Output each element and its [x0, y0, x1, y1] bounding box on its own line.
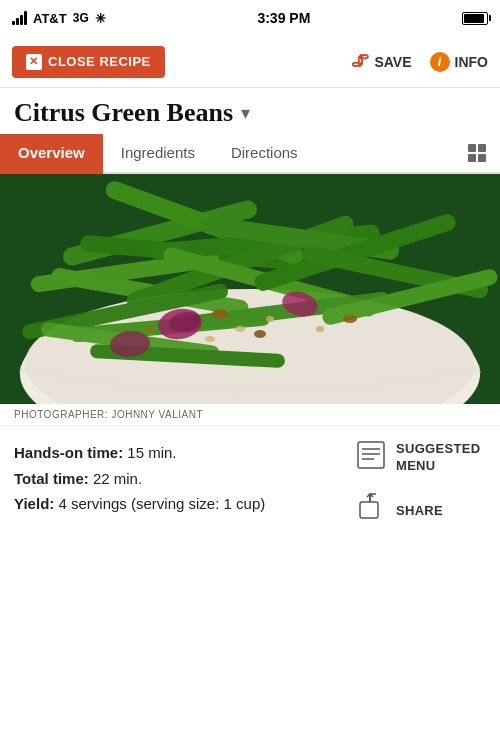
recipe-image [0, 174, 500, 404]
info-label: INFO [455, 54, 488, 70]
svg-point-25 [254, 330, 266, 338]
toolbar: ✕ CLOSE RECIPE 🖇 SAVE i INFO [0, 36, 500, 88]
battery-icon [462, 12, 488, 25]
info-icon: i [430, 52, 450, 72]
hands-on-time: Hands-on time: 15 min. [14, 440, 346, 466]
svg-point-26 [343, 315, 357, 323]
tab-overview[interactable]: Overview [0, 134, 103, 174]
save-label: SAVE [374, 54, 411, 70]
svg-rect-32 [358, 442, 384, 468]
share-label: SHARE [396, 503, 443, 518]
photographer-credit: PHOTOGRAPHER: Johnny Valiant [0, 404, 500, 426]
recipe-actions: SUGGESTED MENU SHARE [356, 440, 486, 528]
svg-point-27 [145, 326, 155, 332]
suggested-menu-button[interactable]: SUGGESTED MENU [356, 440, 480, 476]
tabs-bar: Overview Ingredients Directions [0, 134, 500, 174]
recipe-info: Hands-on time: 15 min. Total time: 22 mi… [14, 440, 346, 528]
svg-point-30 [205, 336, 215, 342]
recipe-title: Citrus Green Beans [14, 98, 233, 128]
recipe-title-row: Citrus Green Beans ▾ [0, 88, 500, 134]
save-button[interactable]: 🖇 SAVE [351, 51, 411, 72]
status-bar: AT&T 3G ✳ 3:39 PM [0, 0, 500, 36]
close-recipe-button[interactable]: ✕ CLOSE RECIPE [12, 46, 165, 78]
svg-point-28 [235, 326, 245, 332]
share-icon [356, 492, 386, 528]
dropdown-icon[interactable]: ▾ [241, 102, 250, 124]
total-time: Total time: 22 min. [14, 466, 346, 492]
svg-point-31 [316, 326, 324, 332]
signal-bars-icon [12, 11, 27, 25]
tab-directions[interactable]: Directions [213, 134, 316, 174]
recipe-details: Hands-on time: 15 min. Total time: 22 mi… [0, 426, 500, 542]
svg-rect-36 [360, 502, 378, 518]
status-right [462, 12, 488, 25]
activity-icon: ✳ [95, 11, 106, 26]
share-button[interactable]: SHARE [356, 492, 443, 528]
svg-point-29 [266, 316, 274, 322]
save-icon: 🖇 [351, 51, 369, 72]
close-x-icon: ✕ [26, 54, 42, 70]
menu-icon [356, 440, 386, 476]
tab-ingredients[interactable]: Ingredients [103, 134, 213, 174]
yield-info: Yield: 4 servings (serving size: 1 cup) [14, 491, 346, 517]
grid-icon [468, 144, 486, 162]
network-label: 3G [73, 11, 89, 25]
svg-point-24 [212, 309, 228, 319]
suggested-menu-label: SUGGESTED MENU [396, 441, 480, 475]
status-left: AT&T 3G ✳ [12, 11, 106, 26]
carrier-label: AT&T [33, 11, 67, 26]
toolbar-right: 🖇 SAVE i INFO [351, 51, 488, 72]
time-display: 3:39 PM [257, 10, 310, 26]
close-recipe-label: CLOSE RECIPE [48, 54, 151, 69]
info-button[interactable]: i INFO [430, 52, 488, 72]
grid-view-button[interactable] [454, 134, 500, 172]
